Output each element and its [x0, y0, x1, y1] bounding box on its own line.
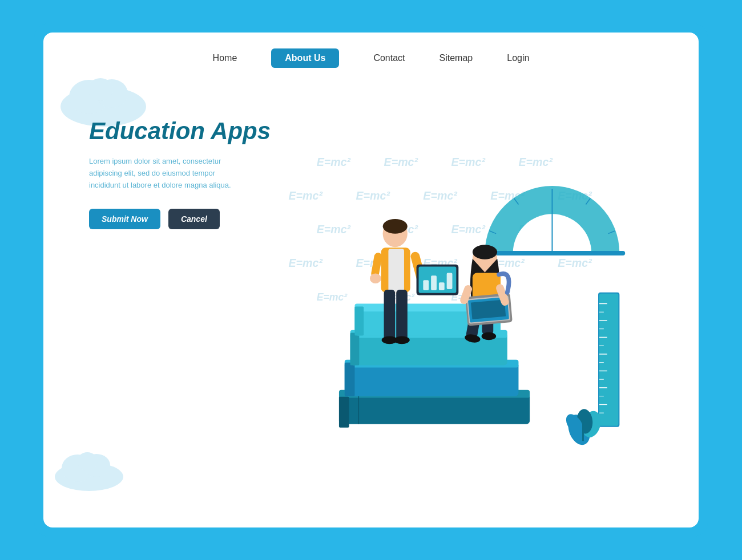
- submit-button[interactable]: Submit Now: [89, 209, 160, 229]
- cancel-button[interactable]: Cancel: [168, 209, 220, 229]
- illustration-area: E=mc² E=mc² E=mc² E=mc² E=mc² E=mc² E=mc…: [272, 95, 664, 483]
- nav-home[interactable]: Home: [213, 53, 237, 63]
- hero-text-block: Education Apps Lorem ipsum dolor sit ame…: [89, 95, 272, 229]
- nav-about[interactable]: About Us: [271, 48, 339, 68]
- svg-rect-80: [423, 280, 429, 290]
- nav-sitemap[interactable]: Sitemap: [439, 53, 473, 63]
- nav-contact[interactable]: Contact: [373, 53, 405, 63]
- svg-point-70: [383, 219, 408, 234]
- outer-frame: Home About Us Contact Sitemap Login: [34, 23, 708, 537]
- svg-point-87: [473, 245, 497, 259]
- svg-rect-83: [447, 273, 453, 289]
- svg-rect-29: [339, 393, 530, 424]
- hero-description: Lorem ipsum dolor sit amet, consectetur …: [89, 156, 237, 191]
- svg-point-76: [394, 336, 410, 344]
- button-group: Submit Now Cancel: [89, 209, 272, 229]
- svg-rect-96: [471, 299, 506, 319]
- main-illustration: [272, 95, 664, 483]
- svg-rect-38: [350, 333, 360, 366]
- page-title: Education Apps: [89, 118, 272, 144]
- svg-point-85: [370, 273, 381, 283]
- hero-section: Education Apps Lorem ipsum dolor sit ame…: [43, 84, 699, 483]
- svg-rect-49: [599, 294, 618, 426]
- svg-rect-31: [339, 397, 349, 428]
- svg-rect-82: [439, 282, 445, 290]
- svg-rect-41: [354, 306, 364, 335]
- nav-login[interactable]: Login: [507, 53, 529, 63]
- svg-rect-35: [345, 363, 355, 396]
- svg-rect-81: [431, 275, 437, 290]
- navbar: Home About Us Contact Sitemap Login: [43, 33, 699, 84]
- svg-rect-73: [384, 290, 396, 340]
- svg-point-92: [482, 332, 497, 340]
- svg-rect-74: [396, 290, 408, 340]
- inner-card: Home About Us Contact Sitemap Login: [43, 33, 699, 527]
- svg-rect-72: [388, 249, 404, 293]
